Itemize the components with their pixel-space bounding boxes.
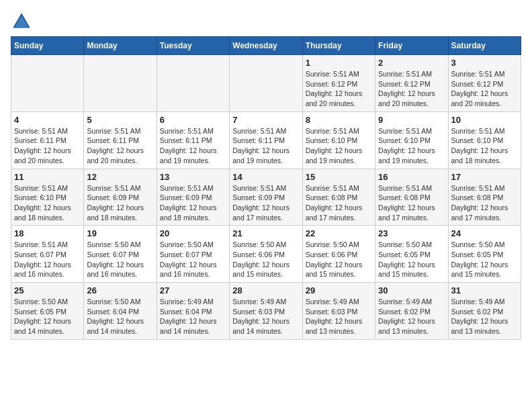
day-info: Sunrise: 5:49 AM Sunset: 6:03 PM Dayligh… [306, 297, 372, 336]
calendar-cell: 7Sunrise: 5:51 AM Sunset: 6:11 PM Daylig… [230, 111, 302, 169]
calendar-cell: 27Sunrise: 5:49 AM Sunset: 6:04 PM Dayli… [157, 283, 229, 340]
day-info: Sunrise: 5:51 AM Sunset: 6:07 PM Dayligh… [14, 240, 81, 279]
calendar-cell: 16Sunrise: 5:51 AM Sunset: 6:08 PM Dayli… [375, 169, 448, 226]
day-number: 30 [378, 285, 445, 295]
header-cell-saturday: Saturday [448, 37, 521, 55]
calendar-cell: 13Sunrise: 5:51 AM Sunset: 6:09 PM Dayli… [157, 169, 229, 226]
day-number: 28 [232, 285, 299, 295]
calendar-cell: 24Sunrise: 5:50 AM Sunset: 6:05 PM Dayli… [448, 226, 521, 283]
day-number: 5 [87, 115, 153, 125]
calendar-cell: 22Sunrise: 5:50 AM Sunset: 6:06 PM Dayli… [302, 226, 375, 283]
day-info: Sunrise: 5:50 AM Sunset: 6:05 PM Dayligh… [378, 240, 445, 279]
day-number: 2 [378, 58, 445, 68]
calendar-cell: 30Sunrise: 5:49 AM Sunset: 6:02 PM Dayli… [375, 283, 448, 340]
day-number: 21 [232, 228, 299, 238]
day-number: 26 [87, 285, 153, 295]
week-row: 11Sunrise: 5:51 AM Sunset: 6:10 PM Dayli… [11, 169, 521, 226]
calendar-cell: 2Sunrise: 5:51 AM Sunset: 6:12 PM Daylig… [375, 55, 448, 112]
calendar-cell: 29Sunrise: 5:49 AM Sunset: 6:03 PM Dayli… [302, 283, 375, 340]
calendar-cell: 20Sunrise: 5:50 AM Sunset: 6:07 PM Dayli… [157, 226, 229, 283]
calendar-cell [230, 55, 302, 112]
day-number: 9 [378, 115, 445, 125]
calendar-cell: 3Sunrise: 5:51 AM Sunset: 6:12 PM Daylig… [448, 55, 521, 112]
day-info: Sunrise: 5:50 AM Sunset: 6:05 PM Dayligh… [451, 240, 518, 279]
calendar-cell: 10Sunrise: 5:51 AM Sunset: 6:10 PM Dayli… [448, 111, 521, 169]
calendar-cell [84, 55, 157, 112]
day-number: 8 [306, 115, 372, 125]
day-info: Sunrise: 5:51 AM Sunset: 6:09 PM Dayligh… [87, 183, 153, 223]
day-info: Sunrise: 5:49 AM Sunset: 6:03 PM Dayligh… [232, 297, 299, 336]
calendar-body: 1Sunrise: 5:51 AM Sunset: 6:12 PM Daylig… [11, 55, 521, 340]
day-info: Sunrise: 5:51 AM Sunset: 6:11 PM Dayligh… [87, 126, 153, 166]
day-info: Sunrise: 5:51 AM Sunset: 6:11 PM Dayligh… [14, 126, 81, 166]
day-number: 14 [232, 172, 299, 182]
week-row: 1Sunrise: 5:51 AM Sunset: 6:12 PM Daylig… [11, 55, 521, 112]
calendar-cell: 26Sunrise: 5:50 AM Sunset: 6:04 PM Dayli… [84, 283, 157, 340]
day-number: 31 [451, 285, 518, 295]
day-info: Sunrise: 5:51 AM Sunset: 6:12 PM Dayligh… [378, 69, 445, 109]
day-info: Sunrise: 5:51 AM Sunset: 6:10 PM Dayligh… [306, 126, 372, 166]
day-number: 18 [14, 228, 81, 238]
day-info: Sunrise: 5:51 AM Sunset: 6:08 PM Dayligh… [306, 183, 372, 223]
day-number: 22 [306, 228, 372, 238]
day-number: 15 [306, 172, 372, 182]
day-number: 1 [306, 58, 372, 68]
calendar-cell: 21Sunrise: 5:50 AM Sunset: 6:06 PM Dayli… [230, 226, 302, 283]
page-header [11, 11, 521, 32]
day-info: Sunrise: 5:50 AM Sunset: 6:06 PM Dayligh… [232, 240, 299, 279]
calendar-cell: 19Sunrise: 5:50 AM Sunset: 6:07 PM Dayli… [84, 226, 157, 283]
logo [11, 11, 35, 32]
day-number: 20 [160, 228, 226, 238]
day-info: Sunrise: 5:51 AM Sunset: 6:09 PM Dayligh… [232, 183, 299, 223]
day-info: Sunrise: 5:51 AM Sunset: 6:11 PM Dayligh… [232, 126, 299, 166]
calendar-cell: 12Sunrise: 5:51 AM Sunset: 6:09 PM Dayli… [84, 169, 157, 226]
day-number: 24 [451, 228, 518, 238]
day-number: 17 [451, 172, 518, 182]
calendar-table: SundayMondayTuesdayWednesdayThursdayFrid… [11, 36, 521, 340]
day-info: Sunrise: 5:50 AM Sunset: 6:04 PM Dayligh… [87, 297, 153, 336]
calendar-cell [157, 55, 229, 112]
header-row: SundayMondayTuesdayWednesdayThursdayFrid… [11, 37, 521, 55]
week-row: 25Sunrise: 5:50 AM Sunset: 6:05 PM Dayli… [11, 283, 521, 340]
header-cell-friday: Friday [375, 37, 448, 55]
day-number: 27 [160, 285, 226, 295]
calendar-cell: 9Sunrise: 5:51 AM Sunset: 6:10 PM Daylig… [375, 111, 448, 169]
calendar-cell: 25Sunrise: 5:50 AM Sunset: 6:05 PM Dayli… [11, 283, 84, 340]
day-info: Sunrise: 5:49 AM Sunset: 6:04 PM Dayligh… [160, 297, 226, 336]
header-cell-tuesday: Tuesday [157, 37, 229, 55]
day-number: 29 [306, 285, 372, 295]
calendar-cell: 6Sunrise: 5:51 AM Sunset: 6:11 PM Daylig… [157, 111, 229, 169]
day-info: Sunrise: 5:50 AM Sunset: 6:06 PM Dayligh… [306, 240, 372, 279]
logo-icon [11, 11, 32, 32]
day-info: Sunrise: 5:51 AM Sunset: 6:12 PM Dayligh… [306, 69, 372, 109]
day-info: Sunrise: 5:50 AM Sunset: 6:07 PM Dayligh… [160, 240, 226, 279]
day-info: Sunrise: 5:51 AM Sunset: 6:08 PM Dayligh… [378, 183, 445, 223]
day-info: Sunrise: 5:50 AM Sunset: 6:07 PM Dayligh… [87, 240, 153, 279]
day-info: Sunrise: 5:51 AM Sunset: 6:10 PM Dayligh… [14, 183, 81, 223]
day-info: Sunrise: 5:51 AM Sunset: 6:08 PM Dayligh… [451, 183, 518, 223]
header-cell-wednesday: Wednesday [230, 37, 302, 55]
day-info: Sunrise: 5:51 AM Sunset: 6:10 PM Dayligh… [451, 126, 518, 166]
day-info: Sunrise: 5:51 AM Sunset: 6:12 PM Dayligh… [451, 69, 518, 109]
calendar-cell: 8Sunrise: 5:51 AM Sunset: 6:10 PM Daylig… [302, 111, 375, 169]
calendar-cell: 17Sunrise: 5:51 AM Sunset: 6:08 PM Dayli… [448, 169, 521, 226]
week-row: 18Sunrise: 5:51 AM Sunset: 6:07 PM Dayli… [11, 226, 521, 283]
day-info: Sunrise: 5:51 AM Sunset: 6:11 PM Dayligh… [160, 126, 226, 166]
calendar-cell: 15Sunrise: 5:51 AM Sunset: 6:08 PM Dayli… [302, 169, 375, 226]
calendar-cell: 28Sunrise: 5:49 AM Sunset: 6:03 PM Dayli… [230, 283, 302, 340]
header-cell-monday: Monday [84, 37, 157, 55]
calendar-cell [11, 55, 84, 112]
day-number: 6 [160, 115, 226, 125]
calendar-cell: 18Sunrise: 5:51 AM Sunset: 6:07 PM Dayli… [11, 226, 84, 283]
day-info: Sunrise: 5:51 AM Sunset: 6:10 PM Dayligh… [378, 126, 445, 166]
calendar-cell: 1Sunrise: 5:51 AM Sunset: 6:12 PM Daylig… [302, 55, 375, 112]
day-number: 4 [14, 115, 81, 125]
day-number: 12 [87, 172, 153, 182]
header-cell-thursday: Thursday [302, 37, 375, 55]
day-number: 25 [14, 285, 81, 295]
day-info: Sunrise: 5:50 AM Sunset: 6:05 PM Dayligh… [14, 297, 81, 336]
calendar-cell: 5Sunrise: 5:51 AM Sunset: 6:11 PM Daylig… [84, 111, 157, 169]
calendar-cell: 14Sunrise: 5:51 AM Sunset: 6:09 PM Dayli… [230, 169, 302, 226]
day-number: 11 [14, 172, 81, 182]
day-number: 16 [378, 172, 445, 182]
